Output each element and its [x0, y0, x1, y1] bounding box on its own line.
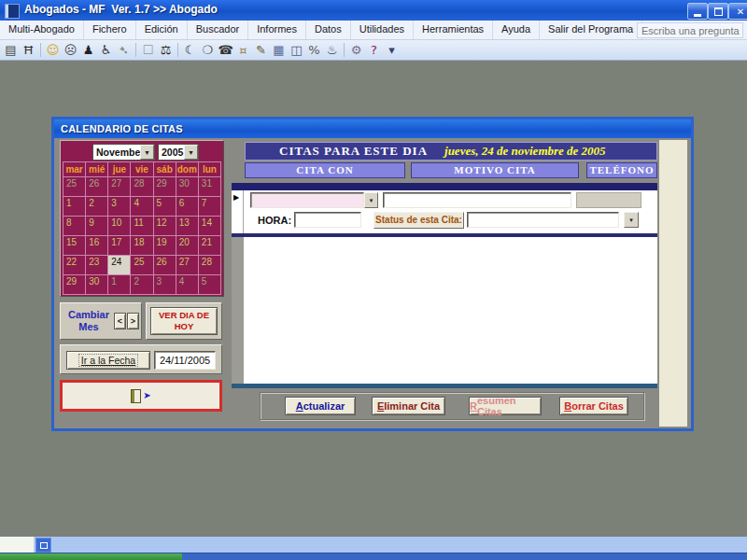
piggy-bank-button[interactable]: ¤ — [234, 41, 252, 59]
status-dropdown-button[interactable]: ▾ — [624, 212, 639, 228]
resumen-citas-button[interactable]: Resumen Citas — [469, 397, 542, 415]
calendar-day[interactable]: 3 — [108, 197, 130, 216]
gears-button[interactable]: ⚙ — [347, 41, 365, 59]
calendar-day[interactable]: 11 — [131, 217, 152, 235]
calendar-day[interactable]: 26 — [86, 177, 107, 196]
next-month-button[interactable]: > — [127, 313, 139, 329]
calendar-day[interactable]: 27 — [176, 256, 198, 274]
phone-handset-button[interactable]: ☾ — [181, 41, 199, 59]
speech-bubble-button[interactable]: ❍ — [199, 41, 217, 59]
cita-con-combo[interactable] — [250, 192, 364, 208]
calendar-day[interactable]: 28 — [199, 256, 220, 274]
calendar-day[interactable]: 25 — [63, 177, 85, 196]
menu-item-salir-del-programa[interactable]: Salir del Programa — [540, 21, 642, 39]
calendar-day[interactable]: 27 — [108, 177, 130, 196]
exit-button[interactable]: ➤ — [60, 380, 222, 412]
actualizar-button[interactable]: Actualizar — [285, 397, 356, 415]
calendar-day[interactable]: 9 — [86, 217, 107, 235]
eliminar-cita-button[interactable]: Eliminar Cita — [372, 397, 445, 415]
calendar-day[interactable]: 28 — [131, 177, 152, 196]
calendar-day[interactable]: 5 — [199, 275, 220, 294]
percent-button[interactable]: % — [305, 41, 323, 59]
calendar-day[interactable]: 26 — [154, 256, 176, 274]
accessibility-button[interactable]: ♿ — [97, 41, 115, 59]
question-input[interactable] — [637, 22, 743, 38]
menu-item-utilidades[interactable]: Utilidades — [351, 21, 414, 39]
close-button[interactable]: ✕ — [728, 3, 747, 20]
calendar-day[interactable]: 14 — [199, 217, 220, 235]
calendar-day[interactable]: 13 — [176, 217, 198, 235]
calendar-day[interactable]: 1 — [108, 275, 130, 294]
sad-face-button[interactable]: ☹ — [62, 41, 79, 59]
calendar-day[interactable]: 29 — [154, 177, 176, 196]
letter-h-button[interactable]: Ħ — [20, 41, 37, 59]
calendar-day[interactable]: 6 — [176, 197, 198, 216]
prev-month-button[interactable]: < — [114, 313, 126, 329]
hora-input[interactable] — [294, 212, 361, 228]
calendar-day[interactable]: 10 — [108, 217, 130, 235]
calendar-day[interactable]: 4 — [131, 197, 152, 216]
calendar-day[interactable]: 23 — [86, 256, 107, 274]
help-button[interactable]: ? — [365, 41, 383, 59]
record-selector[interactable]: ▶ — [232, 190, 244, 233]
today-button[interactable]: VER DIA DE HOY — [150, 307, 218, 335]
restore-button[interactable] — [708, 3, 728, 20]
key-button[interactable]: ➴ — [115, 41, 133, 59]
menu-item-multi-abogado[interactable]: Multi-Abogado — [0, 21, 84, 39]
calendar-day[interactable]: 15 — [63, 236, 85, 255]
menu-item-datos[interactable]: Datos — [306, 21, 351, 39]
calendar-day[interactable]: 7 — [199, 197, 220, 216]
calendar-day[interactable]: 31 — [199, 177, 220, 196]
calendar-day[interactable]: 2 — [86, 197, 107, 216]
calendar-day[interactable]: 8 — [63, 217, 85, 235]
calendar-day[interactable]: 21 — [199, 236, 220, 255]
toolbar-overflow-button[interactable]: ▾ — [383, 41, 401, 59]
month-dropdown-icon[interactable]: ▼ — [140, 145, 154, 160]
calendar-day[interactable]: 18 — [131, 236, 152, 255]
calendar-day[interactable]: 3 — [154, 275, 176, 294]
calendar-day[interactable]: 12 — [154, 217, 176, 235]
telephone-button[interactable]: ☎ — [217, 41, 234, 59]
blank-checkbox-button[interactable]: ☐ — [139, 41, 157, 59]
calendar-day[interactable]: 22 — [63, 256, 85, 274]
calendar-day[interactable]: 19 — [154, 236, 176, 255]
calendar-day[interactable]: 30 — [176, 177, 198, 196]
calendar-day[interactable]: 5 — [154, 197, 176, 216]
telefono-box[interactable] — [576, 192, 641, 208]
menu-item-informes[interactable]: Informes — [248, 21, 306, 39]
cita-con-dropdown-button[interactable]: ▾ — [364, 192, 378, 208]
motivo-cita-input[interactable] — [383, 192, 571, 208]
scales-button[interactable]: ⚖ — [157, 41, 175, 59]
calendar-day[interactable]: 4 — [176, 275, 198, 294]
calculator-button[interactable]: ▦ — [270, 41, 288, 59]
happy-face-button[interactable]: ☺ — [44, 41, 62, 59]
calendar-day[interactable]: 20 — [176, 236, 198, 255]
menu-item-fichero[interactable]: Fichero — [84, 21, 136, 39]
calendar-day[interactable]: 16 — [86, 236, 107, 255]
calendar-day-selected[interactable]: 24 — [108, 256, 130, 274]
calendar-day[interactable]: 2 — [131, 275, 152, 294]
pencil-button[interactable]: ✎ — [252, 41, 270, 59]
ink-bottle-button[interactable]: ♨ — [323, 41, 341, 59]
menu-item-ayuda[interactable]: Ayuda — [493, 21, 540, 39]
calendar-day[interactable]: 29 — [63, 275, 85, 294]
goto-date-button[interactable]: Ir a la Fecha — [66, 351, 150, 370]
month-select[interactable]: November ▼ — [92, 144, 155, 161]
year-select[interactable]: 2005 ▼ — [158, 144, 199, 161]
borrar-citas-button[interactable]: Borrar Citas — [559, 397, 628, 415]
menu-item-edicion[interactable]: Edición — [136, 21, 188, 39]
year-dropdown-icon[interactable]: ▼ — [184, 145, 198, 160]
calendar-day[interactable]: 30 — [86, 275, 107, 294]
ledger-button[interactable]: ◫ — [288, 41, 305, 59]
calendar-day[interactable]: 17 — [108, 236, 130, 255]
calendar-day[interactable]: 25 — [131, 256, 152, 274]
start-button-sliver[interactable] — [0, 553, 182, 560]
calendar-day[interactable]: 1 — [63, 197, 85, 216]
status-combo[interactable] — [467, 212, 619, 228]
copy-stack-button[interactable]: ▤ — [2, 41, 20, 59]
date-field[interactable]: 24/11/2005 — [154, 351, 216, 370]
person-button[interactable]: ♟ — [79, 41, 97, 59]
menu-item-herramientas[interactable]: Herramientas — [414, 21, 493, 39]
menu-item-buscador[interactable]: Buscador — [188, 21, 248, 39]
minimize-button[interactable] — [687, 3, 708, 20]
